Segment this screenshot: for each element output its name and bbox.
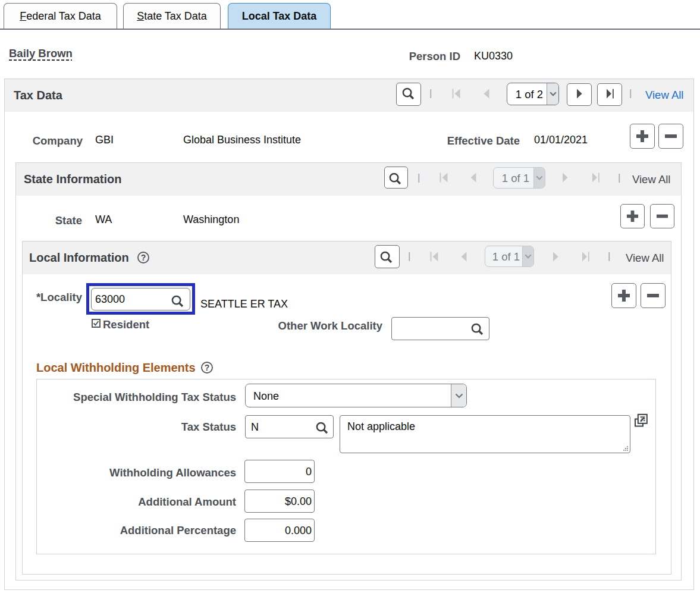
svg-text:?: ? xyxy=(141,253,146,262)
svg-text:?: ? xyxy=(205,363,210,372)
